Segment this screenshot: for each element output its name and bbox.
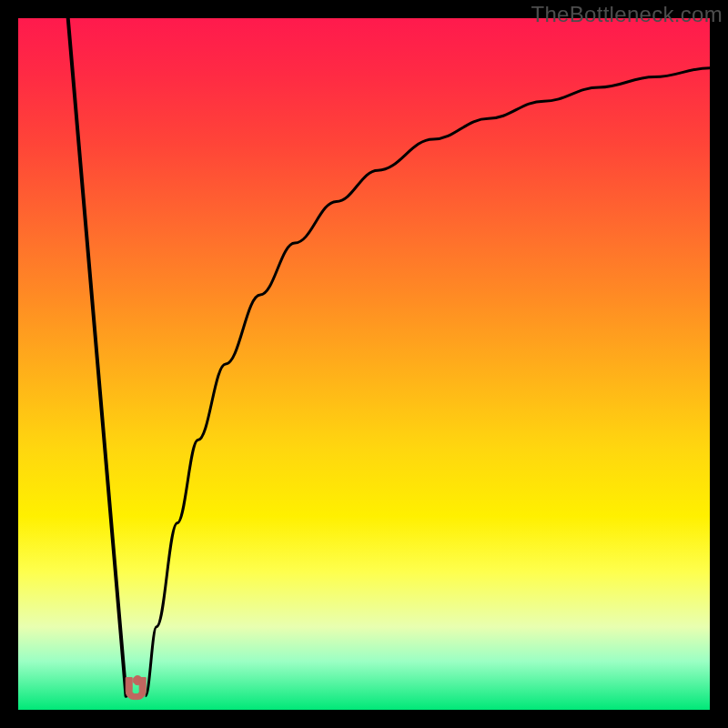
chart-lines-layer — [18, 18, 710, 710]
min-marker-icon — [126, 676, 146, 700]
right-branch-curve — [146, 68, 710, 696]
left-branch-line — [68, 18, 126, 696]
chart-container: TheBottleneck.com — [0, 0, 728, 728]
watermark-text: TheBottleneck.com — [531, 2, 723, 27]
